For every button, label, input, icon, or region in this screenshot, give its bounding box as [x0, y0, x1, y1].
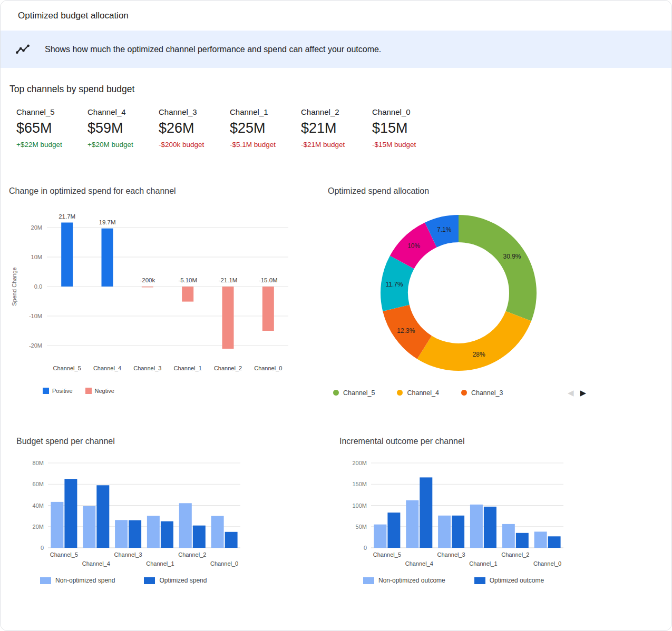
svg-text:50M: 50M [356, 524, 367, 530]
svg-text:Channel_1: Channel_1 [174, 365, 202, 371]
channel-budget-delta: +$20M budget [87, 141, 159, 149]
svg-text:0.0: 0.0 [34, 283, 42, 290]
donut-slice-Channel_4[interactable] [417, 311, 531, 371]
channel-budget-delta: -$21M budget [301, 141, 372, 149]
spend-allocation-donut: 30.9%28%12.3%11.7%10%7.1% [328, 200, 671, 388]
svg-text:Channel_2: Channel_2 [214, 365, 242, 371]
svg-text:100M: 100M [352, 502, 367, 509]
svg-text:21.7M: 21.7M [59, 213, 75, 220]
channel-name: Channel_5 [16, 107, 87, 116]
legend-prev-button[interactable]: ◀ [568, 389, 574, 397]
svg-text:0: 0 [364, 545, 367, 551]
legend-item-channel-4: Channel_4 [397, 389, 439, 397]
svg-text:40M: 40M [33, 502, 44, 509]
channel-spend: $15M [372, 120, 443, 136]
spend-allocation-legend: Channel_5 Channel_4 Channel_3 ◀ ▶ [333, 389, 665, 397]
optimized-outcome-swatch [474, 577, 485, 584]
svg-text:Channel_2: Channel_2 [178, 551, 206, 558]
incremental-outcome-legend: Non-optimized outcome Optimized outcome [363, 577, 671, 584]
svg-text:-21.1M: -21.1M [219, 277, 238, 283]
svg-text:Channel_0: Channel_0 [254, 365, 282, 371]
channel-spend: $59M [87, 120, 159, 136]
svg-text:Channel_5: Channel_5 [50, 551, 78, 558]
svg-text:Channel_2: Channel_2 [501, 551, 529, 558]
svg-text:200M: 200M [352, 460, 367, 466]
svg-text:-15.0M: -15.0M [259, 277, 278, 283]
channel-name: Channel_2 [301, 107, 372, 116]
svg-text:150M: 150M [352, 481, 367, 487]
optimized-spend-swatch [144, 577, 155, 584]
page-title: Optimized budget allocation [1, 1, 671, 31]
dashboard-card: Optimized budget allocation Shows how mu… [0, 0, 672, 631]
svg-text:Spend Change: Spend Change [11, 267, 17, 305]
svg-text:10M: 10M [31, 254, 42, 260]
info-banner: Shows how much the optimized channel per… [1, 31, 671, 68]
legend-label: Non-optimized spend [55, 577, 115, 584]
legend-next-button[interactable]: ▶ [580, 389, 586, 397]
svg-text:0: 0 [41, 545, 44, 551]
svg-text:Channel_0: Channel_0 [533, 560, 561, 567]
svg-text:Channel_5: Channel_5 [373, 551, 401, 558]
channel-card: Channel_5 $65M +$22M budget [16, 107, 87, 149]
budget-spend-svg: 020M40M60M80MChannel_5Channel_4Channel_3… [16, 458, 311, 569]
svg-text:Channel_1: Channel_1 [469, 560, 497, 567]
channel-3-dot [461, 390, 467, 396]
legend-pager: ◀ ▶ [568, 389, 586, 397]
channel-name: Channel_4 [87, 107, 159, 116]
channel-card: Channel_1 $25M -$5.1M budget [230, 107, 301, 149]
budget-spend-chart-title: Budget spend per channel [16, 437, 324, 446]
channel-card: Channel_3 $26M -$200k budget [159, 107, 230, 149]
legend-label: Channel_5 [343, 389, 375, 397]
spend-change-svg: 20M10M0.0-10M-20M21.7MChannel_519.7MChan… [9, 200, 296, 383]
non-optimized-spend-swatch [40, 577, 51, 584]
channel-name: Channel_3 [159, 107, 230, 116]
svg-text:12.3%: 12.3% [397, 327, 415, 334]
svg-text:-5.10M: -5.10M [178, 277, 197, 283]
svg-text:Channel_4: Channel_4 [93, 365, 121, 371]
svg-text:11.7%: 11.7% [385, 281, 403, 288]
svg-text:-10M: -10M [29, 313, 42, 319]
top-channels-heading: Top channels by spend budget [9, 84, 671, 95]
svg-text:Channel_3: Channel_3 [114, 551, 142, 558]
svg-text:-20M: -20M [29, 342, 42, 349]
svg-text:Channel_4: Channel_4 [405, 560, 433, 567]
legend-item-non-optimized-spend: Non-optimized spend [40, 577, 115, 584]
channel-card: Channel_0 $15M -$15M budget [372, 107, 443, 149]
svg-text:7.1%: 7.1% [437, 226, 452, 233]
channel-5-dot [333, 390, 339, 396]
svg-text:-200k: -200k [140, 277, 155, 283]
svg-text:30.9%: 30.9% [503, 253, 521, 260]
svg-text:Channel_4: Channel_4 [82, 560, 110, 567]
positive-swatch [43, 388, 49, 394]
channel-name: Channel_1 [230, 107, 301, 116]
channel-spend: $26M [159, 120, 230, 136]
negative-swatch [85, 388, 92, 394]
spend-allocation-svg: 30.9%28%12.3%11.7%10%7.1% [328, 200, 670, 386]
svg-text:Channel_5: Channel_5 [53, 365, 81, 371]
channel-budget-delta: +$22M budget [16, 141, 87, 149]
svg-text:Channel_1: Channel_1 [146, 560, 174, 567]
spend-allocation-chart-title: Optimized spend allocation [328, 186, 671, 196]
legend-label: Channel_3 [471, 389, 503, 397]
non-optimized-outcome-swatch [363, 577, 374, 584]
insights-icon [15, 42, 31, 57]
legend-label: Negtive [95, 388, 114, 394]
incremental-outcome-chart: 050M100M150M200MChannel_5Channel_4Channe… [339, 458, 671, 571]
svg-text:20M: 20M [31, 224, 42, 231]
svg-text:60M: 60M [33, 481, 44, 487]
legend-item-positive: Positive [43, 388, 73, 394]
spend-change-chart: 20M10M0.0-10M-20M21.7MChannel_519.7MChan… [9, 200, 319, 386]
svg-text:10%: 10% [407, 242, 420, 250]
legend-item-non-optimized-outcome: Non-optimized outcome [363, 577, 445, 584]
legend-label: Optimized spend [159, 577, 207, 584]
channel-card: Channel_4 $59M +$20M budget [87, 107, 159, 149]
legend-item-optimized-spend: Optimized spend [144, 577, 207, 584]
banner-text: Shows how much the optimized channel per… [45, 45, 381, 54]
channel-budget-delta: -$15M budget [372, 141, 443, 149]
channel-budget-delta: -$5.1M budget [230, 141, 301, 149]
donut-slice-Channel_5[interactable] [459, 215, 537, 321]
channel-spend: $25M [230, 120, 301, 136]
channel-spend: $65M [16, 120, 87, 136]
spend-change-legend: Positive Negtive [43, 388, 319, 394]
svg-text:Channel_0: Channel_0 [210, 560, 238, 567]
